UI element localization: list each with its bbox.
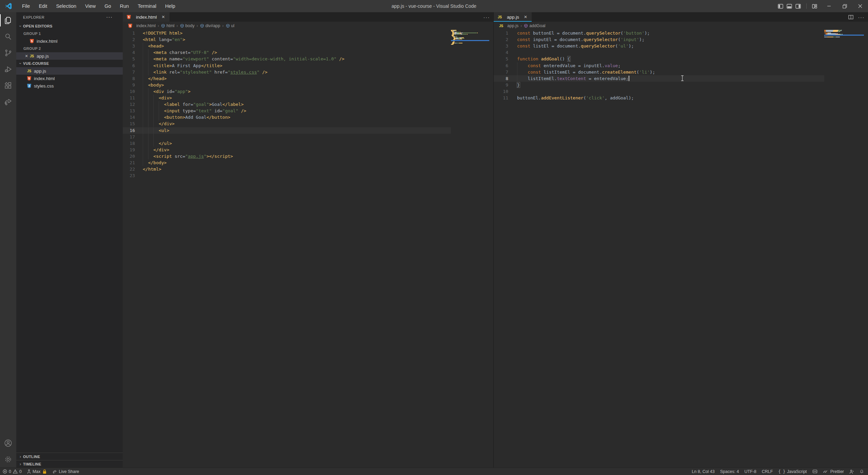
line-number: 13 xyxy=(123,108,135,114)
line-number: 18 xyxy=(123,140,135,147)
explorer-more-actions-icon[interactable]: ··· xyxy=(106,14,113,20)
menu-edit[interactable]: Edit xyxy=(34,0,52,12)
minimap[interactable] xyxy=(824,30,864,37)
menu-help[interactable]: Help xyxy=(161,0,180,12)
breadcrumb-item-body[interactable]: body xyxy=(180,23,195,28)
line-number: 16 xyxy=(123,127,135,134)
toggle-sidebar-icon[interactable] xyxy=(778,4,783,9)
warning-icon xyxy=(13,469,18,474)
minimize-button[interactable] xyxy=(821,0,837,12)
minimap[interactable] xyxy=(451,30,489,45)
tab-app.js[interactable]: JSapp.js✕ xyxy=(494,12,532,22)
menu-view[interactable]: View xyxy=(81,0,100,12)
breadcrumb-item-div#app[interactable]: div#app xyxy=(200,23,220,28)
breadcrumb-item-index.html[interactable]: 5index.html xyxy=(127,23,156,28)
indentation-status[interactable]: Spaces: 4 xyxy=(717,468,742,475)
run-and-debug-icon[interactable] xyxy=(0,61,16,77)
menu-file[interactable]: File xyxy=(18,0,34,12)
notifications-bell-icon[interactable] xyxy=(857,468,867,475)
code-line-14: 14 <button>Add Goal</button> xyxy=(123,114,493,120)
code-line-11: 11buttonEl.addEventListener('click', add… xyxy=(494,95,868,101)
search-icon[interactable] xyxy=(0,28,16,45)
section-outline[interactable]: ›OUTLINE xyxy=(16,453,123,460)
menu-go[interactable]: Go xyxy=(100,0,115,12)
explorer-icon[interactable] xyxy=(0,12,16,28)
live-share-icon[interactable] xyxy=(0,94,16,110)
breadcrumb-item-app.js[interactable]: JSapp.js xyxy=(498,23,518,28)
braces-icon: { } xyxy=(778,469,785,474)
file-name: styles.css xyxy=(34,83,54,89)
section-timeline[interactable]: ›TIMELINE xyxy=(16,460,123,468)
code-editor-js[interactable]: 1const buttonEl = document.querySelector… xyxy=(494,30,868,468)
code-line-1: 1const buttonEl = document.querySelector… xyxy=(494,30,868,36)
editor-more-actions-icon[interactable]: ··· xyxy=(484,14,490,20)
tab-index.html[interactable]: 5index.html✕ xyxy=(123,12,170,22)
close-tab-icon[interactable]: ✕ xyxy=(523,15,528,19)
breadcrumb-item-ul[interactable]: ul xyxy=(226,23,235,28)
source-control-icon[interactable] xyxy=(0,45,16,61)
language-mode-status[interactable]: { } JavaScript xyxy=(775,468,809,475)
breadcrumb-right[interactable]: JSapp.js›addGoal xyxy=(494,22,868,30)
code-line-3: 3const listEl = document.querySelector('… xyxy=(494,43,868,49)
line-number: 6 xyxy=(123,62,135,69)
vscode-window: { "titlebar": { "title": "app.js - vue-c… xyxy=(0,0,868,475)
extensions-icon[interactable] xyxy=(0,77,16,94)
open-editor-item-index.html[interactable]: 5index.html xyxy=(16,37,123,45)
code-line-10: 10 <div id="app"> xyxy=(123,88,493,95)
folder-header-vue-course[interactable]: ›VUE-COURSE xyxy=(16,60,123,67)
code-line-16: 16 <ul> xyxy=(123,127,493,134)
open-editor-item-app.js[interactable]: ✕JSapp.js xyxy=(16,52,123,60)
line-number: 9 xyxy=(494,82,508,88)
close-icon[interactable]: ✕ xyxy=(24,54,29,58)
tree-item-app.js[interactable]: JSapp.js xyxy=(16,67,123,75)
prettier-status[interactable]: ✓✓ Prettier xyxy=(820,468,847,475)
menu-run[interactable]: Run xyxy=(116,0,134,12)
activity-bar xyxy=(0,12,16,468)
breadcrumb-item-addGoal[interactable]: addGoal xyxy=(524,23,545,28)
breadcrumb-item-html[interactable]: html xyxy=(161,23,175,28)
tree-item-index.html[interactable]: 5index.html xyxy=(16,75,123,82)
extension-status[interactable] xyxy=(810,468,820,475)
feedback-status[interactable] xyxy=(847,468,857,475)
account-icon[interactable] xyxy=(0,435,16,451)
max-status[interactable]: Max xyxy=(24,468,50,475)
symbol-cube-icon xyxy=(180,24,184,28)
code-line-9: 9} xyxy=(494,82,868,88)
js-file-icon: JS xyxy=(497,14,502,20)
split-editor-icon[interactable] xyxy=(848,15,853,19)
problems-status[interactable]: 0 0 xyxy=(0,468,24,475)
open-editors-header[interactable]: ›OPEN EDITORS xyxy=(16,22,123,30)
html-file-icon: 5 xyxy=(126,14,132,20)
file-name: index.html xyxy=(34,76,55,81)
settings-gear-icon[interactable] xyxy=(0,451,16,468)
restore-button[interactable] xyxy=(837,0,852,12)
cursor-position-status[interactable]: Ln 8, Col 43 xyxy=(689,468,717,475)
code-line-8: 8 </head> xyxy=(123,75,493,82)
tree-item-styles.css[interactable]: 3styles.css xyxy=(16,82,123,90)
code-line-2: 2const inputEl = document.querySelector(… xyxy=(494,36,868,43)
code-line-4: 4 <meta charset="UTF-8" /> xyxy=(123,49,493,56)
close-window-button[interactable] xyxy=(852,0,868,12)
mouse-ibeam-cursor xyxy=(681,75,684,82)
code-line-5: 5function addGoal() { xyxy=(494,56,868,62)
explorer-tree: ›OPEN EDITORSGROUP 15index.htmlGROUP 2✕J… xyxy=(16,22,123,90)
menu-selection[interactable]: Selection xyxy=(52,0,81,12)
menu-terminal[interactable]: Terminal xyxy=(133,0,161,12)
editor-more-actions-icon[interactable]: ··· xyxy=(858,14,865,20)
line-number: 11 xyxy=(494,95,508,101)
breadcrumb-separator: › xyxy=(177,23,178,28)
line-number: 19 xyxy=(123,147,135,153)
toggle-panel-icon[interactable] xyxy=(787,4,792,9)
live-share-status[interactable]: Live Share xyxy=(50,468,82,475)
chevron-right-icon: › xyxy=(18,454,23,459)
explorer-sidebar: EXPLORER ··· ›OPEN EDITORSGROUP 15index.… xyxy=(16,12,123,468)
code-editor-html[interactable]: 1<!DOCTYPE html>2<html lang="en">3 <head… xyxy=(123,30,493,468)
customize-layout-icon[interactable] xyxy=(812,4,817,9)
eol-status[interactable]: CRLF xyxy=(759,468,776,475)
close-tab-icon[interactable]: ✕ xyxy=(161,15,166,19)
breadcrumb-left[interactable]: 5index.html›html›body›div#app›ul xyxy=(123,22,493,30)
line-number: 11 xyxy=(123,95,135,101)
max-label: Max xyxy=(33,469,41,474)
toggle-secondary-sidebar-icon[interactable] xyxy=(795,4,801,9)
encoding-status[interactable]: UTF-8 xyxy=(742,468,759,475)
